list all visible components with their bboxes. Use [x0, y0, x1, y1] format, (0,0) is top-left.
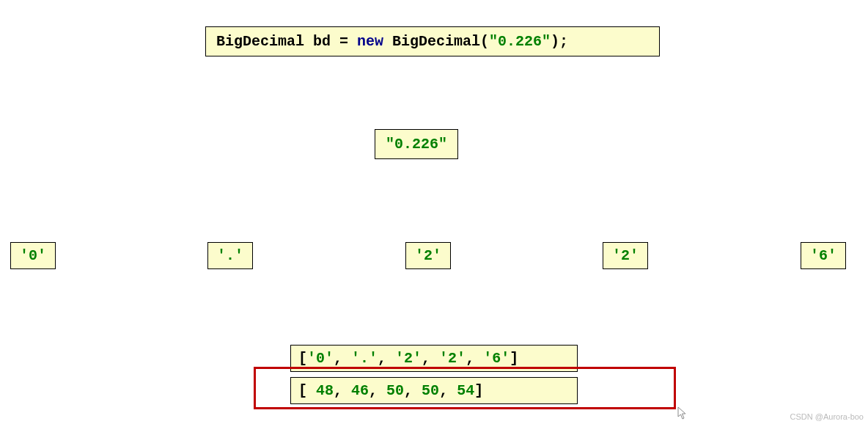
arr-open: [: [298, 350, 307, 367]
arr-v4: '6': [483, 350, 510, 367]
arr-v0: '0': [307, 350, 334, 367]
char-box-3: '2': [603, 242, 648, 269]
char-box-0: '0': [10, 242, 56, 269]
cursor-icon: [677, 406, 688, 420]
code-prefix: BigDecimal bd =: [216, 33, 357, 50]
char-box-1: '.': [207, 242, 253, 269]
arr-s3: ,: [466, 350, 483, 367]
code-mid: BigDecimal(: [383, 33, 489, 50]
arr-v3: '2': [439, 350, 466, 367]
code-suffix: );: [551, 33, 568, 50]
arr-v1: '.': [351, 350, 378, 367]
string-value-box: "0.226": [375, 129, 458, 159]
highlight-rectangle: [254, 367, 676, 409]
char-box-4: '6': [801, 242, 846, 269]
char-box-2: '2': [405, 242, 451, 269]
arr-s0: ,: [334, 350, 351, 367]
watermark-text: CSDN @Aurora-boo: [790, 412, 864, 421]
code-keyword-new: new: [357, 33, 383, 50]
arr-v2: '2': [395, 350, 422, 367]
arr-s1: ,: [378, 350, 395, 367]
code-string-literal: "0.226": [489, 33, 551, 50]
arr-close: ]: [510, 350, 518, 367]
code-declaration-box: BigDecimal bd = new BigDecimal("0.226");: [205, 26, 660, 56]
arr-s2: ,: [422, 350, 439, 367]
